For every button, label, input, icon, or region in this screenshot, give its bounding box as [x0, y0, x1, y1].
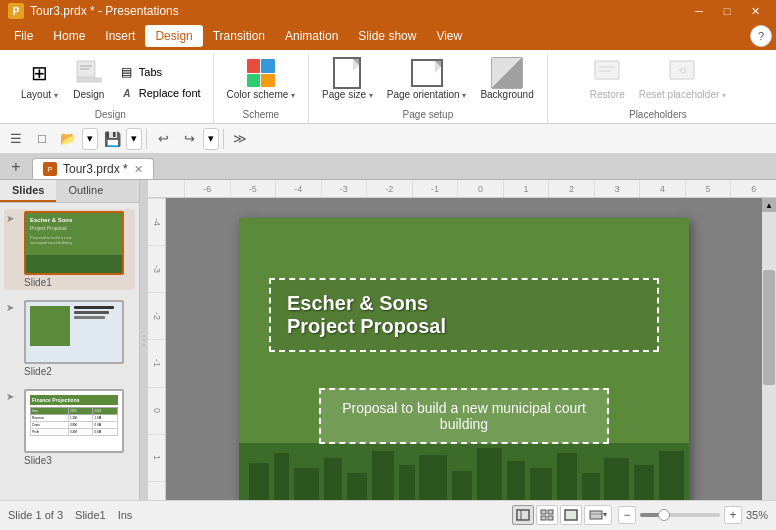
menu-transition[interactable]: Transition [203, 25, 275, 47]
redo-btn[interactable]: ↪ [177, 127, 201, 151]
open-combo[interactable]: ▾ [82, 128, 98, 150]
status-right: ▾ − + 35% [512, 505, 768, 525]
svg-rect-21 [530, 468, 552, 500]
tabs-button[interactable]: ▤ Tabs [115, 62, 205, 82]
slide-title-line2: Project Proposal [287, 315, 641, 338]
zoom-slider[interactable] [640, 513, 720, 517]
layout-button[interactable]: ⊞ Layout ▾ [16, 54, 63, 103]
close-button[interactable]: ✕ [742, 0, 768, 22]
undo-btn[interactable]: ↩ [151, 127, 175, 151]
open-combo-label: ▾ [87, 132, 93, 145]
zoom-out-btn[interactable]: − [618, 506, 636, 524]
slide-item-2[interactable]: ➤ Sli [4, 298, 135, 379]
save-combo[interactable]: ▾ [126, 128, 142, 150]
layout-label: Layout ▾ [21, 89, 58, 100]
tb-extra-btn[interactable]: ≫ [228, 127, 252, 151]
maximize-button[interactable]: □ [714, 0, 740, 22]
menu-file[interactable]: File [4, 25, 43, 47]
slide-label-2: Slide2 [24, 366, 124, 377]
page-size-button[interactable]: Page size ▾ [317, 54, 378, 103]
slide-num-2: ➤ [6, 302, 20, 313]
svg-rect-13 [324, 458, 342, 500]
ruler-h-tick: -1 [412, 180, 458, 197]
scroll-up-btn[interactable]: ▲ [762, 198, 776, 212]
history-combo[interactable]: ▾ [203, 128, 219, 150]
slides-tab[interactable]: Slides [0, 180, 56, 202]
design-small-buttons: ▤ Tabs A Replace font [115, 62, 205, 103]
view-normal-btn[interactable] [512, 505, 534, 525]
replace-font-label: Replace font [139, 87, 201, 99]
slide-canvas[interactable]: Escher & Sons Project Proposal Proposal … [166, 198, 762, 500]
ruler-h-tick: -3 [321, 180, 367, 197]
history-combo-label: ▾ [208, 132, 214, 145]
vertical-scrollbar[interactable]: ▲ ▪ ▼ [762, 198, 776, 500]
doc-tab-icon: P [43, 162, 57, 176]
panel-resize-handle[interactable] [140, 180, 148, 500]
svg-rect-24 [604, 458, 629, 500]
replace-font-icon: A [119, 85, 135, 101]
scheme-group-label: Scheme [242, 107, 279, 123]
view-outline-btn[interactable] [536, 505, 558, 525]
design-main-buttons: ⊞ Layout ▾ Design ▤ Tabs [16, 54, 205, 103]
view-slide-btn[interactable] [560, 505, 582, 525]
ruler-v-tick: -1 [148, 339, 165, 386]
menu-home[interactable]: Home [43, 25, 95, 47]
color-scheme-button[interactable]: Color scheme ▾ [222, 54, 300, 103]
help-button[interactable]: ? [750, 25, 772, 47]
restore-label: Restore [590, 89, 625, 100]
background-button[interactable]: Background [475, 54, 538, 103]
svg-rect-4 [595, 61, 619, 79]
page-size-icon [331, 57, 363, 89]
svg-rect-33 [565, 510, 577, 520]
ruler-h-tick: 1 [503, 180, 549, 197]
new-doc-tab-btn[interactable]: + [4, 155, 28, 179]
menu-slideshow[interactable]: Slide show [348, 25, 426, 47]
ribbon-group-scheme: Color scheme ▾ Scheme [214, 54, 309, 123]
background-label: Background [480, 89, 533, 100]
new-btn[interactable]: □ [30, 127, 54, 151]
scroll-track-v[interactable] [762, 212, 776, 500]
pagesetup-group-label: Page setup [403, 107, 454, 123]
restore-button[interactable]: Restore [585, 54, 630, 103]
replace-font-button[interactable]: A Replace font [115, 83, 205, 103]
svg-rect-22 [557, 453, 577, 500]
ribbon-group-pagesetup: Page size ▾ Page orientation ▾ Backgroun… [309, 54, 548, 123]
slide-title-box[interactable]: Escher & Sons Project Proposal [269, 278, 659, 352]
menu-insert[interactable]: Insert [95, 25, 145, 47]
slide-subtitle-box[interactable]: Proposal to build a new municipal court … [319, 388, 609, 444]
ruler-h-tick: -2 [366, 180, 412, 197]
minimize-button[interactable]: ─ [686, 0, 712, 22]
menu-animation[interactable]: Animation [275, 25, 348, 47]
slide-list: ➤ Escher & Sons Project Proposal Proposa… [0, 203, 139, 500]
page-orientation-button[interactable]: Page orientation ▾ [382, 54, 472, 103]
scheme-buttons: Color scheme ▾ [222, 54, 300, 103]
page-orientation-label: Page orientation ▾ [387, 89, 467, 100]
slide-item-1[interactable]: ➤ Escher & Sons Project Proposal Proposa… [4, 209, 135, 290]
city-skyline [239, 443, 689, 500]
outline-tab[interactable]: Outline [56, 180, 115, 202]
slide-panel: Slides Outline ➤ Escher & Sons Project P… [0, 180, 140, 500]
menu-design[interactable]: Design [145, 25, 202, 47]
placeholders-buttons: Restore ⟲ Reset placeholder ▾ [585, 54, 731, 103]
slide-main: Escher & Sons Project Proposal Proposal … [239, 218, 689, 500]
doc-tab-close[interactable]: ✕ [134, 163, 143, 176]
open-btn[interactable]: 📂 [56, 127, 80, 151]
svg-rect-20 [507, 461, 525, 500]
zoom-in-btn[interactable]: + [724, 506, 742, 524]
scroll-thumb-v[interactable] [763, 270, 775, 385]
layout-icon: ⊞ [23, 57, 55, 89]
title-bar-text: Tour3.prdx * - Presentations [30, 4, 179, 18]
view-extra-btn[interactable]: ▾ [584, 505, 612, 525]
slide-item-3[interactable]: ➤ Finance Projections Item 2023 202 [4, 387, 135, 468]
save-btn[interactable]: 💾 [100, 127, 124, 151]
ruler-horizontal: -6 -5 -4 -3 -2 -1 0 1 2 3 4 5 6 [148, 180, 776, 198]
slide-name: Slide1 [75, 509, 106, 521]
menu-view[interactable]: View [426, 25, 472, 47]
doc-tab-tour3[interactable]: P Tour3.prdx * ✕ [32, 158, 154, 179]
design-button[interactable]: Design [67, 54, 111, 103]
main-content: Slides Outline ➤ Escher & Sons Project P… [0, 180, 776, 500]
toolbar: ☰ □ 📂 ▾ 💾 ▾ ↩ ↪ ▾ ≫ [0, 124, 776, 154]
menu-icon-btn[interactable]: ☰ [4, 127, 28, 151]
reset-placeholder-button[interactable]: ⟲ Reset placeholder ▾ [634, 54, 731, 103]
zoom-handle[interactable] [658, 509, 670, 521]
